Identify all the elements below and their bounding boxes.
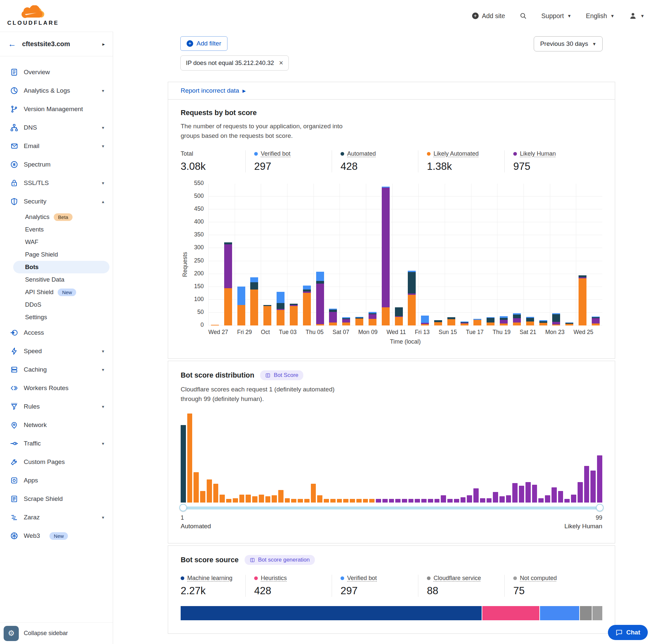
bar-segment-likely-automated	[447, 319, 455, 326]
slider-handle-min[interactable]	[179, 504, 187, 511]
bar-column	[274, 184, 287, 325]
bot-score-generation-badge[interactable]: Bot score generation	[244, 555, 315, 565]
sidebar-item-web3[interactable]: Web3New	[0, 527, 113, 545]
sidebar-item-label: Security	[24, 198, 46, 205]
sidebar-item-spectrum[interactable]: Spectrum	[0, 155, 113, 174]
remove-filter-icon[interactable]: ×	[279, 59, 283, 67]
sidebar-item-rules[interactable]: Rules▾	[0, 397, 113, 416]
sidebar-item-label: Custom Pages	[24, 458, 65, 466]
sidebar-item-traffic[interactable]: Traffic▾	[0, 434, 113, 453]
sidebar-item-access[interactable]: Access	[0, 323, 113, 342]
site-expand-icon[interactable]: ▸	[102, 41, 105, 47]
network-icon	[10, 421, 19, 429]
sidebar-item-network[interactable]: Network	[0, 416, 113, 434]
x-tick: Sat 07	[333, 329, 349, 336]
account-menu[interactable]: ▼	[629, 12, 644, 20]
sidebar-item-security-analytics[interactable]: AnalyticsBeta	[0, 211, 113, 223]
stat-label: Not computed	[520, 575, 557, 582]
bar-segment-likely-human	[224, 244, 232, 288]
histogram-bar	[343, 499, 349, 503]
bar-segment-likely-automated	[369, 319, 376, 325]
sidebar-item-analytics-logs[interactable]: Analytics & Logs▾	[0, 82, 113, 100]
sidebar-item-security[interactable]: Security▴	[0, 192, 113, 211]
sidebar-item-sensitive-data[interactable]: Sensitive Data	[0, 273, 113, 286]
sidebar-item-settings[interactable]: Settings	[0, 311, 113, 323]
sidebar-item-dns[interactable]: DNS▾	[0, 118, 113, 137]
bar-column	[405, 184, 418, 325]
x-tick	[511, 329, 520, 336]
date-range-dropdown[interactable]: Previous 30 days ▼	[534, 36, 603, 51]
stat-value: 2.27k	[181, 585, 245, 597]
bar-segment-automated	[395, 307, 403, 316]
histogram-bar	[317, 495, 323, 503]
back-arrow-icon[interactable]: ←	[8, 39, 16, 49]
chat-button[interactable]: Chat	[608, 625, 648, 640]
language-menu[interactable]: English▼	[586, 12, 614, 20]
sidebar-item-zaraz[interactable]: Zaraz▾	[0, 508, 113, 527]
sidebar-item-apps[interactable]: Apps	[0, 471, 113, 490]
legend-dot	[427, 152, 430, 156]
sidebar-item-events[interactable]: Events	[0, 223, 113, 236]
sidebar-item-label: Settings	[25, 314, 47, 321]
bar-column	[300, 184, 313, 325]
bar-column	[458, 184, 471, 325]
sidebar-item-custom-pages[interactable]: Custom Pages	[0, 453, 113, 471]
bar-column	[510, 184, 523, 325]
stat-cloudflare-service: Cloudflare service88	[418, 575, 504, 597]
histogram-bar	[337, 499, 342, 503]
bar-segment-likely-automated	[382, 307, 390, 325]
sidebar-item-label: Rules	[24, 403, 40, 410]
collapse-sidebar[interactable]: ⚙ Collapse sidebar	[0, 622, 113, 644]
score-range-slider[interactable]	[181, 504, 602, 512]
histogram-bar	[389, 499, 394, 503]
bar-segment-automated	[552, 314, 560, 322]
bar-segment-automated	[277, 303, 284, 309]
sidebar-item-label: Bots	[25, 263, 39, 271]
add-filter-button[interactable]: + Add filter	[180, 36, 228, 51]
chevron-down-icon: ▾	[102, 88, 104, 93]
bar-segment-likely-automated	[434, 322, 442, 325]
histogram-bar	[187, 414, 192, 503]
source-segment-heuristics	[482, 606, 539, 620]
bot-score-badge[interactable]: Bot Score	[260, 370, 303, 380]
x-tick	[377, 329, 386, 336]
sidebar-item-ddos[interactable]: DDoS	[0, 298, 113, 311]
scrape-shield-icon	[10, 495, 19, 503]
rules-icon	[10, 402, 19, 411]
sidebar-item-waf[interactable]: WAF	[0, 236, 113, 248]
site-selector[interactable]: ← cftestsite3.com ▸	[0, 32, 113, 56]
histogram-bar	[441, 495, 446, 503]
slider-handle-max[interactable]	[596, 504, 604, 511]
search-button[interactable]	[520, 12, 527, 20]
overview-icon	[10, 68, 19, 76]
slider-track[interactable]	[181, 506, 602, 509]
sidebar-item-scrape-shield[interactable]: Scrape Shield	[0, 490, 113, 508]
sidebar-item-api-shield[interactable]: API ShieldNew	[0, 286, 113, 298]
stat-value: 1.38k	[427, 161, 504, 172]
add-site-button[interactable]: + Add site	[472, 12, 505, 20]
gear-icon[interactable]: ⚙	[4, 626, 19, 641]
sidebar-item-workers-routes[interactable]: Workers Routes	[0, 379, 113, 397]
sidebar-item-bots[interactable]: Bots	[13, 261, 110, 273]
sidebar-item-version-management[interactable]: Version Management	[0, 100, 113, 118]
cloudflare-logo[interactable]: CLOUDFLARE	[7, 5, 59, 26]
sidebar-item-speed[interactable]: Speed▾	[0, 342, 113, 361]
sidebar-item-page-shield[interactable]: Page Shield	[0, 248, 113, 261]
legend-dot	[513, 152, 517, 156]
sidebar-item-caching[interactable]: Caching▾	[0, 361, 113, 379]
bar-segment-automated	[408, 272, 416, 294]
x-tick	[297, 329, 306, 336]
histogram-bar	[434, 499, 440, 503]
bar-segment-likely-human	[513, 318, 521, 322]
x-tick	[593, 329, 602, 336]
sidebar-item-overview[interactable]: Overview	[0, 63, 113, 82]
sidebar-item-email[interactable]: Email▾	[0, 137, 113, 155]
support-menu[interactable]: Support▼	[541, 12, 571, 20]
sidebar-item-ssl-tls[interactable]: SSL/TLS▾	[0, 174, 113, 192]
chevron-up-icon: ▴	[102, 199, 104, 204]
filter-chip[interactable]: IP does not equal 35.212.240.32 ×	[180, 55, 289, 71]
report-incorrect-data-link[interactable]: Report incorrect data ▶	[168, 82, 615, 99]
bar-segment-likely-automated	[526, 322, 534, 326]
x-tick	[457, 329, 466, 336]
y-axis-title: Requests	[182, 252, 189, 277]
